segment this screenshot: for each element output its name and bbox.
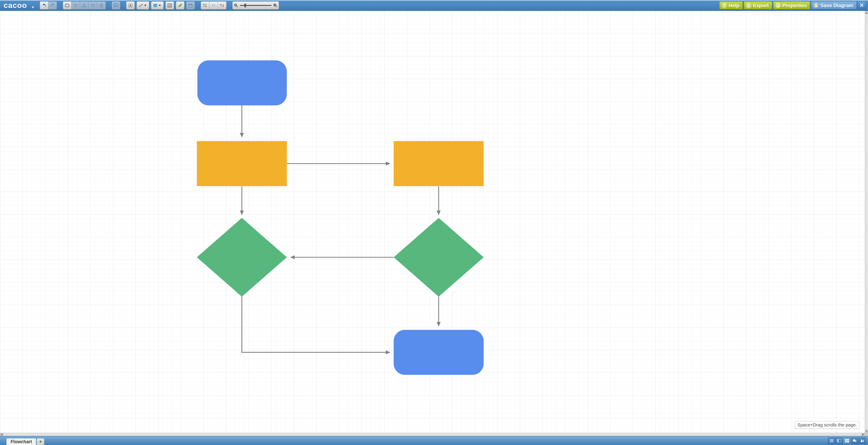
table-icon	[167, 3, 172, 8]
svg-line-26	[237, 6, 238, 7]
hint-bubble: Space+Drag scrolls the page.	[795, 421, 860, 429]
scroll-track-h[interactable]	[3, 433, 862, 436]
svg-rect-22	[205, 6, 206, 7]
view-chat-button[interactable]	[851, 438, 859, 444]
sheet-tab-active[interactable]: Flowchart	[6, 438, 36, 445]
image-icon	[114, 3, 119, 8]
shape-decB[interactable]	[394, 218, 484, 297]
svg-rect-23	[213, 4, 215, 6]
line-tool[interactable]	[136, 1, 149, 9]
star-tool[interactable]	[97, 1, 106, 9]
text-icon: A	[128, 3, 133, 8]
view-thumb-button[interactable]	[835, 438, 843, 444]
shape-decA[interactable]	[197, 218, 287, 297]
undo-button[interactable]	[40, 1, 49, 9]
zoom-control[interactable]	[232, 1, 279, 9]
ellipse-tool[interactable]	[71, 1, 80, 9]
rect-tool[interactable]	[63, 1, 71, 9]
scroll-left-icon[interactable]: ◀	[0, 433, 3, 436]
diagram[interactable]	[0, 11, 865, 433]
export-label: Export	[753, 2, 769, 8]
redo-button[interactable]	[49, 1, 57, 9]
view-mode-group	[828, 436, 866, 445]
rounded-icon	[91, 3, 95, 8]
view-users-button[interactable]	[859, 438, 866, 444]
svg-text:A: A	[129, 4, 131, 7]
view-grid-button[interactable]	[843, 438, 851, 444]
properties-label: Properties	[782, 2, 807, 8]
svg-rect-20	[205, 4, 206, 5]
connector-decA-end[interactable]	[242, 297, 390, 352]
svg-point-51	[861, 440, 862, 441]
fill-icon	[153, 3, 158, 8]
add-sheet-button[interactable]: +	[37, 438, 44, 445]
group-icon	[211, 3, 216, 8]
save-button[interactable]: Save Diagram	[811, 1, 857, 9]
properties-button[interactable]: Properties	[773, 1, 810, 9]
freehand-tool[interactable]	[176, 1, 184, 9]
horizontal-scrollbar[interactable]: ◀ ▶	[0, 433, 865, 436]
order-tool[interactable]	[218, 1, 226, 9]
arrange-group	[201, 1, 226, 9]
rounded-tool[interactable]	[89, 1, 97, 9]
separator	[123, 1, 123, 9]
calendar-tool[interactable]	[186, 1, 195, 9]
scroll-down-icon[interactable]: ▼	[865, 429, 868, 433]
pencil-icon	[178, 3, 182, 8]
scroll-track-v[interactable]	[865, 14, 868, 429]
image-tool[interactable]	[112, 1, 120, 9]
separator	[197, 1, 198, 9]
zoom-slider[interactable]	[240, 5, 272, 6]
svg-point-50	[855, 440, 857, 442]
svg-line-29	[276, 6, 277, 7]
history-group	[40, 1, 57, 9]
line-icon	[138, 3, 144, 8]
svg-point-1	[74, 4, 77, 6]
dropdown-caret-icon	[159, 5, 161, 6]
polygon-tool[interactable]	[80, 1, 89, 9]
close-button[interactable]: ✕	[858, 1, 866, 9]
help-button[interactable]: ? Help	[719, 1, 743, 9]
shape-end[interactable]	[394, 330, 484, 375]
svg-rect-45	[845, 439, 847, 441]
svg-rect-41	[830, 441, 833, 441]
export-button[interactable]: Export	[744, 1, 772, 9]
svg-rect-35	[777, 6, 778, 6]
view-list-button[interactable]	[828, 438, 835, 444]
table-tool[interactable]	[165, 1, 174, 9]
svg-rect-46	[847, 439, 849, 441]
shape-tools-group	[63, 1, 106, 9]
svg-marker-2	[83, 4, 86, 7]
align-tool[interactable]	[201, 1, 209, 9]
shape-start[interactable]	[197, 60, 287, 106]
help-icon: ?	[721, 2, 727, 8]
shape-procA[interactable]	[197, 141, 287, 186]
scroll-right-icon[interactable]: ▶	[862, 433, 865, 436]
svg-rect-18	[189, 4, 192, 5]
svg-rect-48	[847, 441, 849, 442]
redo-icon	[50, 3, 55, 8]
shape-procB[interactable]	[394, 141, 484, 186]
app-logo: cacoo	[4, 1, 27, 10]
zoom-in-icon[interactable]	[272, 2, 278, 8]
group-tool[interactable]	[209, 1, 218, 9]
vertical-scrollbar[interactable]: ▲ ▼	[865, 11, 868, 433]
fill-tool[interactable]	[151, 1, 164, 9]
svg-rect-38	[815, 6, 817, 7]
undo-icon	[41, 3, 46, 8]
svg-rect-0	[65, 4, 69, 7]
svg-rect-33	[777, 4, 779, 5]
scroll-up-icon[interactable]: ▲	[865, 11, 868, 14]
separator	[60, 1, 60, 9]
canvas[interactable]	[0, 11, 865, 433]
svg-rect-11	[153, 6, 157, 7]
zoom-out-icon[interactable]	[233, 2, 239, 8]
hint-text: Space+Drag scrolls the page.	[798, 422, 857, 427]
svg-marker-4	[100, 4, 103, 7]
zoom-slider-knob[interactable]	[244, 4, 246, 7]
app-menu-caret-icon[interactable]: ▾	[32, 5, 34, 10]
text-tool[interactable]: A	[126, 1, 135, 9]
plus-icon: +	[39, 439, 42, 445]
separator	[108, 1, 109, 9]
svg-rect-17	[189, 4, 192, 7]
